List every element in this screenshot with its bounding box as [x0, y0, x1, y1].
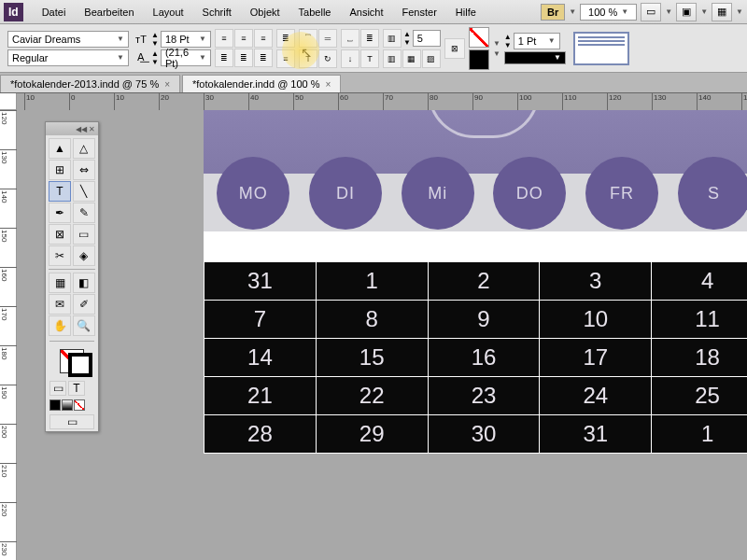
menu-objekt[interactable]: Objekt — [241, 3, 289, 21]
align-right-button[interactable]: ≡ — [254, 29, 273, 48]
ruler-origin[interactable] — [0, 93, 17, 110]
menu-layout[interactable]: Layout — [144, 3, 193, 21]
dropdown-icon[interactable]: ▼ — [700, 7, 708, 16]
stroke-weight-input[interactable]: 1 Pt▼ — [514, 33, 560, 49]
gradient-feather-tool[interactable]: ◧ — [73, 273, 95, 293]
apply-none-button[interactable] — [74, 399, 85, 411]
gap-tool[interactable]: ⇔ — [73, 160, 95, 180]
stroke-style-input[interactable]: ▼ — [504, 51, 566, 64]
span-columns-button[interactable]: ▥ — [383, 49, 402, 68]
line-tool[interactable]: ╲ — [73, 181, 95, 202]
stepper-icon[interactable]: ▲▼ — [151, 31, 159, 48]
align-center-button[interactable]: ≡ — [234, 29, 253, 48]
page-preview[interactable] — [573, 32, 629, 65]
text-vertical-button[interactable]: T — [360, 49, 379, 68]
menu-hilfe[interactable]: Hilfe — [446, 3, 486, 21]
stepper-icon[interactable]: ▲▼ — [151, 49, 159, 66]
vertical-ruler[interactable]: 120130140150160170180190200210220230 — [0, 110, 17, 560]
vert-justify-button[interactable]: ≣ — [360, 29, 379, 48]
justify-left-button[interactable]: ≣ — [215, 49, 233, 67]
zoom-tool[interactable]: 🔍 — [73, 315, 95, 336]
calendar-cell: 28 — [204, 415, 317, 454]
selection-tool[interactable]: ▲ — [49, 138, 71, 159]
zoom-level[interactable]: 100 %▼ — [580, 4, 637, 21]
direct-selection-tool[interactable]: △ — [73, 138, 95, 159]
ruler-tick: 10 — [114, 93, 124, 110]
ruler-tick: 230 — [0, 541, 17, 555]
calendar-cell: 3 — [540, 262, 652, 301]
text-frame-options-button[interactable]: ⊠ — [444, 38, 465, 59]
note-tool[interactable]: ✉ — [49, 294, 71, 315]
tab-fotokalender-2013[interactable]: *fotokalender-2013.indd @ 75 %× — [0, 75, 180, 92]
fill-swatch[interactable] — [469, 27, 489, 48]
stepper-icon[interactable]: ▲▼ — [403, 30, 411, 47]
gradient-swatch-tool[interactable]: ▦ — [49, 273, 71, 293]
vert-align-center-button[interactable]: ═ — [318, 29, 337, 48]
dropdown-icon[interactable]: ▼ — [736, 7, 743, 16]
align-left-button[interactable]: ≡ — [215, 29, 233, 48]
rectangle-tool[interactable]: ▭ — [73, 224, 95, 245]
panel-header[interactable]: ◀◀ ✕ — [46, 122, 98, 135]
hand-tool[interactable]: ✋ — [49, 315, 71, 336]
swatch-dropdown-icon[interactable]: ▼ — [493, 49, 500, 58]
dropdown-icon[interactable]: ▼ — [665, 7, 672, 16]
columns-input[interactable]: 5 — [413, 30, 441, 47]
balance-columns-button[interactable]: ▦ — [402, 49, 421, 68]
apply-color-button[interactable] — [49, 399, 61, 411]
menu-datei[interactable]: Datei — [33, 3, 76, 21]
arrange-icon[interactable]: ▦ — [712, 3, 732, 21]
justify-right-button[interactable]: ≣ — [254, 49, 273, 67]
calendar-cell: 10 — [540, 301, 652, 339]
scissors-tool[interactable]: ✂ — [49, 245, 71, 266]
bridge-button[interactable]: Br — [541, 4, 565, 21]
formatting-container-button[interactable]: ▭ — [49, 381, 66, 396]
table-row: 282930311 — [204, 415, 748, 454]
rectangle-frame-tool[interactable]: ⊠ — [49, 224, 71, 245]
app-logo: Id — [4, 3, 23, 21]
menu-schrift[interactable]: Schrift — [193, 3, 241, 21]
apply-gradient-button[interactable] — [62, 399, 73, 411]
formatting-text-button[interactable]: T — [68, 381, 85, 396]
calendar-cell: 18 — [652, 339, 747, 377]
screen-mode-icon[interactable]: ▣ — [676, 3, 697, 21]
font-style-input[interactable]: Regular▼ — [7, 49, 129, 66]
text-rotate-button[interactable]: ↻ — [318, 49, 337, 68]
vert-align-bottom-button[interactable]: ⎵ — [341, 29, 359, 48]
justify-center-button[interactable]: ≣ — [234, 49, 253, 67]
justify-all-button[interactable]: ≣ — [276, 29, 295, 48]
tab-fotokalender[interactable]: *fotokalender.indd @ 100 %× — [182, 75, 341, 92]
align-spine-button[interactable]: ≡ — [276, 49, 295, 68]
page-tool[interactable]: ⊞ — [49, 160, 71, 180]
close-icon[interactable]: × — [164, 79, 170, 90]
swatch-dropdown-icon[interactable]: ▼ — [493, 39, 500, 48]
calendar-cell: 15 — [316, 339, 428, 377]
view-mode-icon[interactable]: ▭ — [641, 3, 661, 21]
font-size-icon: тT — [133, 31, 149, 48]
view-mode-button[interactable]: ▭ — [49, 414, 94, 429]
font-size-input[interactable]: 18 Pt▼ — [161, 31, 211, 48]
menu-fenster[interactable]: Fenster — [393, 3, 446, 21]
day-circle: Mi — [402, 157, 474, 230]
menu-bearbeiten[interactable]: Bearbeiten — [75, 3, 143, 21]
canvas[interactable]: ◀◀ ✕ ▲ △ ⊞ ⇔ T ╲ ✒ ✎ ⊠ ▭ ✂ ◈ ▦ ◧ ✉ ✐ ✋ � — [17, 110, 747, 560]
ruler-tick: 200 — [0, 424, 17, 438]
document-tabs: *fotokalender-2013.indd @ 75 %× *fotokal… — [0, 73, 747, 93]
font-family-input[interactable]: Caviar Dreams▼ — [7, 31, 129, 48]
calendar-table: 3112347891011141516171821222324252829303… — [204, 261, 747, 454]
leading-input[interactable]: (21,6 Pt)▼ — [161, 49, 211, 66]
eyedropper-tool[interactable]: ✐ — [73, 294, 95, 315]
menu-ansicht[interactable]: Ansicht — [340, 3, 392, 21]
close-icon[interactable]: × — [326, 79, 331, 90]
split-columns-button[interactable]: ▨ — [422, 49, 441, 68]
pencil-tool[interactable]: ✎ — [73, 203, 95, 223]
stroke-swatch[interactable] — [469, 49, 489, 70]
baseline-down-button[interactable]: ↓ — [341, 49, 359, 68]
pen-tool[interactable]: ✒ — [49, 203, 71, 223]
menu-tabelle[interactable]: Tabelle — [289, 3, 341, 21]
type-tool[interactable]: T — [49, 181, 71, 202]
dropdown-arrow-icon[interactable]: ▼ — [569, 7, 576, 16]
stroke-color-swatch[interactable] — [68, 353, 92, 377]
stepper-icon[interactable]: ▲▼ — [504, 33, 512, 49]
calendar-cell: 16 — [428, 339, 540, 377]
free-transform-tool[interactable]: ◈ — [73, 245, 95, 266]
